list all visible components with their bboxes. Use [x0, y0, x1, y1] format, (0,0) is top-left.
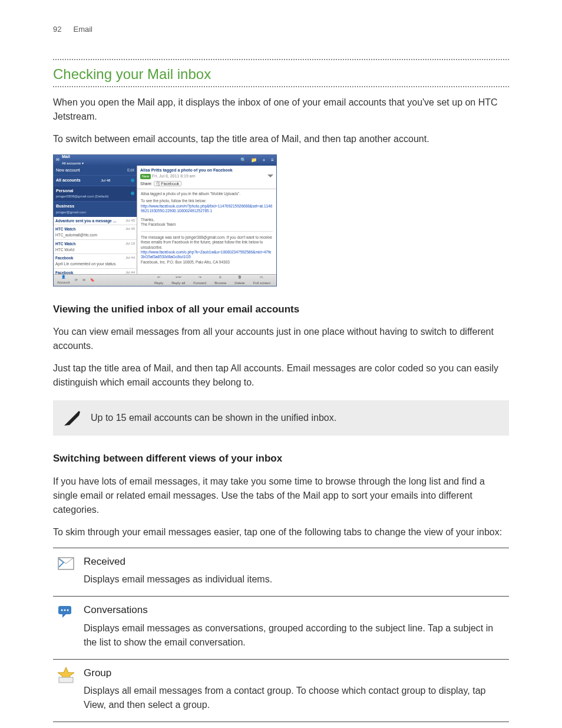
reply-button[interactable]: ↩Reply [154, 275, 163, 286]
table-row: Received Displays email messages as indi… [53, 548, 509, 597]
search-icon[interactable]: 🔍 [240, 157, 246, 164]
ss-business-account-row[interactable]: Business jsinger@gmail.com [54, 201, 137, 217]
sub1-p2: Just tap the title area of Mail, and the… [53, 361, 509, 390]
mail-line: The message was sent to jsinger308@gmail… [141, 235, 273, 250]
table-row: Group Displays all email messages from a… [53, 659, 509, 722]
note-callout: Up to 15 email accounts can be shown in … [53, 400, 509, 436]
group-icon [57, 666, 75, 684]
color-dot-icon [131, 179, 134, 182]
reply-all-button[interactable]: ↩↩Reply all [171, 275, 185, 286]
ss-business-addr: jsinger@gmail.com [56, 210, 86, 215]
list-item[interactable]: HTC WatchHTC_automall@htc.comJul 45 [54, 225, 137, 240]
ss-count: Jul 48 [101, 178, 110, 183]
ss-mail-subject: Alisa Pritts tagged a photo of you on Fa… [140, 167, 273, 174]
tab-title-received: Received [84, 554, 507, 569]
mail-app-screenshot: ✉ Mail All accounts ▾ 🔍 📁 ＋ ≡ New accoun… [53, 154, 277, 286]
mail-line: Thanks, [141, 218, 273, 222]
tab-desc-received: Displays email messages as individual it… [84, 572, 507, 587]
ss-new-account-label: New account [56, 167, 80, 174]
list-item[interactable]: HTC WatchHTC WorldJul 19 [54, 240, 137, 255]
sub2-heading: Switching between different views of you… [53, 451, 509, 466]
ss-reading-pane: Alisa Pritts tagged a photo of you on Fa… [137, 166, 276, 274]
browse-button[interactable]: ⎚Browse [214, 275, 226, 286]
ss-message-list: Advanture sent you a message …Jul 45 HTC… [54, 217, 137, 274]
mail-icon[interactable]: ✉ [82, 278, 85, 283]
account-icon[interactable]: 👤 [61, 275, 65, 280]
share-label: Share: [140, 182, 153, 186]
ss-new-account-row[interactable]: New account Edit [54, 166, 137, 176]
new-badge: New [140, 174, 151, 179]
compose-icon[interactable]: ＋ [262, 157, 266, 164]
ss-topbar: ✉ Mail All accounts ▾ 🔍 📁 ＋ ≡ [54, 155, 276, 166]
table-row: Unread Displays unread messages. [53, 722, 509, 728]
mail-line: Facebook, Inc. P.O. Box 10005, Palo Alto… [141, 260, 273, 265]
ss-mail-date: Fri, Jul 8, 2011 8:19 am [152, 174, 196, 178]
ss-title: Mail [62, 154, 70, 159]
intro-paragraph-2: To switch between email accounts, tap th… [53, 132, 509, 146]
ss-personal-label: Personal [56, 188, 108, 195]
mail-line: To see the photo, follow the link below: [141, 199, 273, 203]
ss-personal-addr: jsinger0308@gmail.com (Default) [56, 194, 108, 199]
folders-icon[interactable]: 📁 [251, 157, 257, 164]
page-title: Checking your Mail inbox [53, 64, 509, 85]
sub1-p1: You can view email messages from all you… [53, 325, 509, 353]
share-facebook-button[interactable]: ⓕ Facebook [154, 181, 182, 186]
page-header: 92 Email [53, 24, 509, 35]
ss-bottom-toolbar: 👤Account ⟳ ✉ 🔖 ↩Reply ↩↩Reply all ↪Forwa… [54, 274, 276, 286]
forward-button[interactable]: ↪Forward [193, 275, 206, 286]
divider-top [53, 59, 509, 60]
tab-desc-conversations: Displays email messages as conversations… [84, 621, 507, 650]
mail-icon: ✉ [56, 157, 59, 163]
refresh-icon[interactable]: ⟳ [75, 278, 78, 283]
mail-line: The Facebook Team [141, 222, 273, 227]
tag-icon[interactable]: 🔖 [90, 278, 94, 283]
ss-left-panel: New account Edit All accounts Jul 48 Per… [54, 166, 137, 274]
list-item[interactable]: FacebookApril Lin commented on your stat… [54, 254, 137, 269]
table-row: Conversations Displays email messages as… [53, 596, 509, 659]
mail-link[interactable]: http://www.facebook.com/o.php?k=Zaob1w&u… [141, 250, 271, 259]
view-label: View [84, 700, 104, 710]
page-number: 92 [53, 24, 61, 35]
ss-subtitle: All accounts ▾ [62, 162, 84, 165]
chevron-down-icon[interactable] [267, 174, 273, 177]
sub2-p1: If you have lots of email messages, it m… [53, 475, 509, 517]
tab-title-group: Group [84, 666, 507, 681]
intro-paragraph-1: When you open the Mail app, it displays … [53, 95, 509, 124]
list-item[interactable]: Advanture sent you a message …Jul 45 [54, 217, 137, 226]
svg-point-4 [67, 610, 69, 611]
list-item[interactable]: FacebookCharles Collins commented on you… [54, 269, 137, 274]
ss-mail-header: Alisa Pritts tagged a photo of you on Fa… [137, 166, 276, 190]
sub1-heading: Viewing the unified inbox of all your em… [53, 302, 509, 317]
conversations-icon [57, 602, 75, 621]
color-dot-icon [131, 192, 134, 195]
ss-personal-account-row[interactable]: Personal jsinger0308@gmail.com (Default) [54, 186, 137, 202]
sub2-p2: To skim through your email messages easi… [53, 525, 509, 539]
note-text: Up to 15 email accounts can be shown in … [91, 411, 336, 425]
all-accounts-label: All accounts [231, 363, 282, 373]
pencil-icon [62, 409, 81, 427]
svg-rect-5 [59, 677, 73, 683]
svg-point-2 [61, 610, 63, 611]
mail-line: Alisa tagged a photo of you in the album… [141, 192, 273, 196]
inbox-views-table: Received Displays email messages as indi… [53, 548, 509, 729]
section-name: Email [73, 24, 92, 35]
fullscreen-button[interactable]: ▭Full screen [253, 275, 270, 286]
tab-desc-group: Displays all email messages from a conta… [84, 684, 507, 712]
menu-icon[interactable]: ≡ [271, 157, 274, 164]
delete-button[interactable]: 🗑Delete [234, 275, 244, 286]
tab-title-conversations: Conversations [84, 602, 507, 618]
ss-all-accounts-label: All accounts [56, 177, 81, 184]
ss-edit-label: Edit [127, 167, 134, 174]
ss-business-label: Business [56, 203, 86, 210]
svg-point-3 [64, 610, 66, 611]
divider-under-title [53, 86, 509, 87]
received-icon [57, 554, 75, 573]
ss-all-accounts-row[interactable]: All accounts Jul 48 [54, 175, 137, 186]
ss-mail-body: Alisa tagged a photo of you in the album… [137, 189, 276, 274]
mail-link[interactable]: http://www.facebook.com/n/?photo.php&fbi… [141, 204, 272, 213]
